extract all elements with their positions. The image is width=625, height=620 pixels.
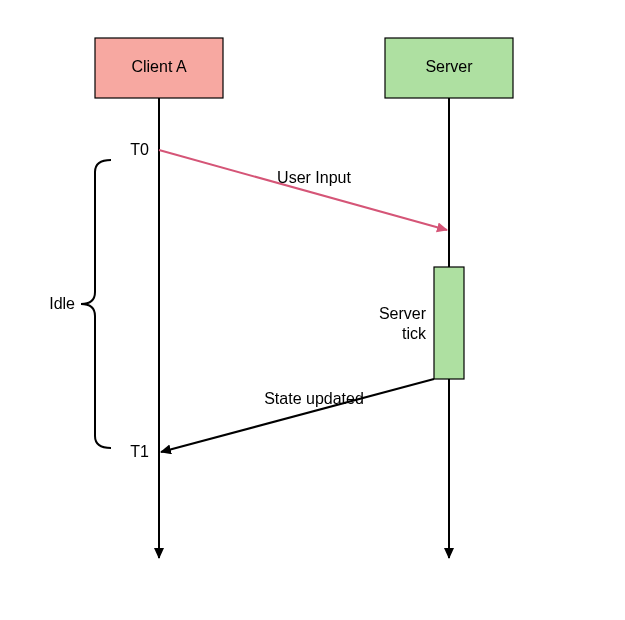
sequence-diagram: Client A Server Server tick User Input S…	[0, 0, 625, 620]
activation-label-line1: Server	[379, 305, 427, 322]
timestamp-t1: T1	[130, 443, 149, 460]
message-state-updated-label: State updated	[264, 390, 364, 407]
message-user-input	[159, 150, 447, 230]
message-user-input-label: User Input	[277, 169, 351, 186]
idle-brace	[81, 160, 111, 448]
activation-label-line2: tick	[402, 325, 427, 342]
timestamp-t0: T0	[130, 141, 149, 158]
participant-server-label: Server	[425, 58, 473, 75]
participant-client-label: Client A	[131, 58, 186, 75]
idle-label: Idle	[49, 295, 75, 312]
server-activation-box	[434, 267, 464, 379]
